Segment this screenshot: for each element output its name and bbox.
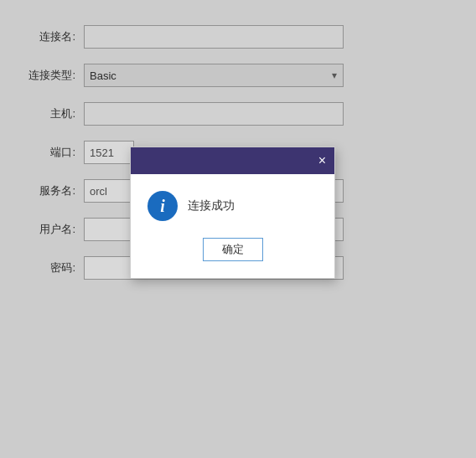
- success-dialog: × i 连接成功 确定: [130, 147, 335, 279]
- dialog-ok-button[interactable]: 确定: [203, 238, 263, 261]
- info-icon-letter: i: [160, 198, 165, 214]
- dialog-message: 连接成功: [188, 198, 235, 214]
- dialog-content-row: i 连接成功: [147, 191, 318, 221]
- dialog-body: i 连接成功 确定: [131, 174, 334, 278]
- dialog-titlebar: ×: [131, 147, 334, 174]
- dialog-close-button[interactable]: ×: [317, 154, 328, 167]
- info-icon: i: [147, 191, 178, 221]
